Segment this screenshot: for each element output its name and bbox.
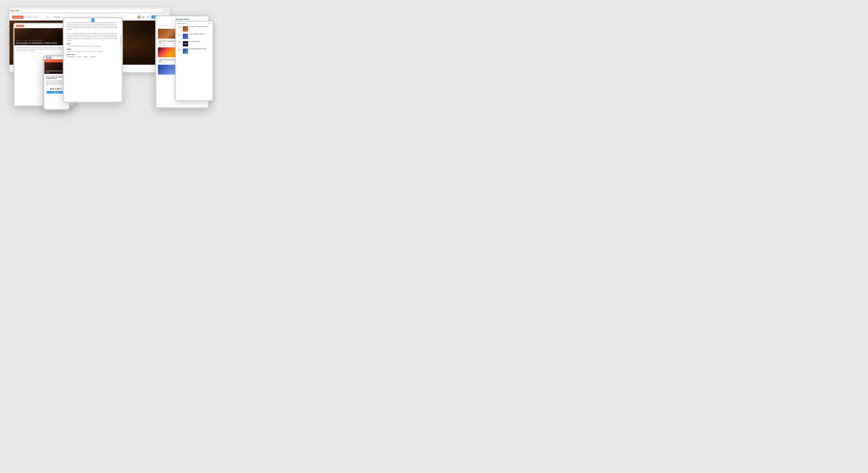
typo-logo: TYPO xyxy=(183,43,188,45)
eb-logo: Eventbrite xyxy=(12,15,24,19)
tablet-hero-title: Two Turntables & A Microphone: A Tribute… xyxy=(16,42,57,44)
phone-list-item-3-image: TYPO xyxy=(183,41,188,46)
browser-chrome: ⋮ xyxy=(9,8,169,14)
search-input[interactable] xyxy=(27,16,46,18)
phone-friend-avatar-1 xyxy=(50,88,52,90)
search-box[interactable]: 🔍 xyxy=(25,15,52,19)
user-name: Kyle xyxy=(142,16,145,18)
discover-card-3-tag-2: #party xyxy=(162,62,166,63)
article-body: There are many variations of passages of… xyxy=(64,18,122,102)
article-tags-row: San Francisco, CA Classes Education Next… xyxy=(67,56,119,58)
view-map-link[interactable]: View Map xyxy=(98,51,102,52)
help-link[interactable]: Help xyxy=(147,16,150,18)
article-inner: There are many variations of passages of… xyxy=(64,18,122,102)
phone-friend-avatar-3 xyxy=(55,88,57,90)
phone-list-header: San Francisco, CA FILTER xyxy=(176,22,213,25)
browser-close-dot[interactable] xyxy=(11,10,13,11)
article-lorem-2: There are many variations of passages of… xyxy=(67,33,119,41)
phone-list-item-4-info: RYAN HEMINGRIS TOMMY RAUSE at 2025... xyxy=(189,48,211,50)
phone-list-item-1-date: FRI, MAY 5 3:30 PM xyxy=(177,26,182,28)
discover-card-1-tag-1: #tech xyxy=(159,44,162,46)
article-tag-education[interactable]: Education xyxy=(83,56,89,58)
phone-list-item-4-date: FRI, MAY 5 3:30 PM xyxy=(177,48,182,50)
browser-menu-icon[interactable]: ⋮ xyxy=(165,9,167,12)
phone-friends-label: 3 FU FRIENDS xyxy=(46,88,50,90)
article-when-text: Thursday, January 15th from 8:00 PM to 1… xyxy=(67,45,93,46)
article-when-detail: Thursday, January 15th from 8:00 PM to 1… xyxy=(67,45,119,47)
phone-list-items: FRI, MAY 5 3:30 PM Two Turntables & A Mi… xyxy=(176,25,213,55)
user-avatar xyxy=(137,15,141,19)
tablet-hero-date: FRI OCT 9, 8:00PM · SAN FRANCISCO, CA xyxy=(16,40,42,41)
phone-list-item-1-info: Two Turntables & A Microphone at 2015 Tr… xyxy=(189,26,211,28)
article-where-detail: Eventbrite HQ · 155 5th Street, Floor 7,… xyxy=(67,50,119,52)
phone-list-location: San Francisco, CA xyxy=(178,23,187,24)
article-where-text: Eventbrite HQ · 155 5th Street, Floor 7,… xyxy=(67,51,97,52)
discover-card-3-tag-1: #tech xyxy=(159,62,162,63)
phone-list-item-4[interactable]: FRI, MAY 5 3:30 PM RYAN HEMINGRIS TOMMY … xyxy=(176,47,213,55)
phone-list-item-3-date: FRI, MAY 5 3:30 PM xyxy=(177,41,182,43)
scene: ⋮ Eventbrite 🔍 Discover Kyle Help CREATE… xyxy=(8,8,210,114)
phone-list-filter[interactable]: FILTER xyxy=(208,23,211,24)
phone-list-item-3[interactable]: FRI, MAY 5 3:30 PM TYPO TYPO San Francis… xyxy=(176,40,213,47)
phone-list-item-2-title: A TREK × FRANCISCO at 2015 Tribute xyxy=(189,34,211,35)
phone-time: 9:41 xyxy=(46,57,52,60)
phone-list-device: San Francisco, CA FILTER FRI, MAY 5 3:30… xyxy=(175,21,213,101)
add-to-calendar-link[interactable]: Add to Calendar xyxy=(93,45,101,46)
article-when-title: WHEN xyxy=(67,43,119,44)
search-icon: 🔍 xyxy=(46,16,49,18)
phone-list-item-1-title: Two Turntables & A Microphone at 2015 Tr… xyxy=(189,26,211,27)
browser-address-bar[interactable] xyxy=(21,9,162,12)
phone-list-item-4-image xyxy=(183,48,188,54)
phone-list-item-2-image xyxy=(183,34,188,39)
phone-friend-avatars xyxy=(50,88,61,90)
article-scrollbar[interactable] xyxy=(120,35,121,60)
phone-list-item-2[interactable]: FRI, MAY 5 3:30 PM A TREK × FRANCISCO at… xyxy=(176,33,213,40)
phone-list-item-3-title: TYPO San Francisco 2015 xyxy=(189,41,211,42)
phone-list-item-2-date: FRI, MAY 5 3:30 PM xyxy=(177,34,182,36)
user-menu[interactable]: Kyle xyxy=(137,15,145,19)
phone-friend-avatar-5 xyxy=(59,88,61,90)
article-lorem-1: There are many variations of passages of… xyxy=(67,22,119,31)
tablet-hero-by: By: Golden Gate Whatever xyxy=(16,44,27,45)
browser-minimize-dot[interactable] xyxy=(14,10,16,11)
bookmark-icon[interactable] xyxy=(91,18,94,23)
phone-list-item-4-title: RYAN HEMINGRIS TOMMY RAUSE at 2025... xyxy=(189,48,211,50)
phone-list-item-1-image xyxy=(183,26,188,32)
phone-list-item-1[interactable]: FRI, MAY 5 3:30 PM Two Turntables & A Mi… xyxy=(176,25,213,33)
article-tag-next-week[interactable]: Next Week xyxy=(90,56,96,58)
phone-friend-avatar-4 xyxy=(57,88,59,90)
browser-maximize-dot[interactable] xyxy=(17,10,18,11)
phone-friend-avatar-2 xyxy=(52,88,54,90)
nav-discover[interactable]: Discover xyxy=(54,16,61,18)
article-where-title: WHERE xyxy=(67,48,119,50)
phone-list-item-3-info: TYPO San Francisco 2015 xyxy=(189,41,211,42)
phone-list-item-2-info: A TREK × FRANCISCO at 2015 Tribute xyxy=(189,34,211,35)
article-tag-sf[interactable]: San Francisco, CA xyxy=(67,56,76,58)
discover-title: Discover Events xyxy=(158,18,207,20)
article-scrollbar-thumb xyxy=(120,35,121,45)
article-tags-title: EVENT TAGS xyxy=(67,54,119,55)
phone-eb-logo: Eventbrite xyxy=(45,60,51,62)
discover-card-1-tag-2: #party xyxy=(162,44,166,46)
tablet-eb-logo: Eventbrite xyxy=(16,25,24,27)
article-tag-classes[interactable]: Classes xyxy=(77,56,82,58)
article-tablet: There are many variations of passages of… xyxy=(63,17,123,103)
